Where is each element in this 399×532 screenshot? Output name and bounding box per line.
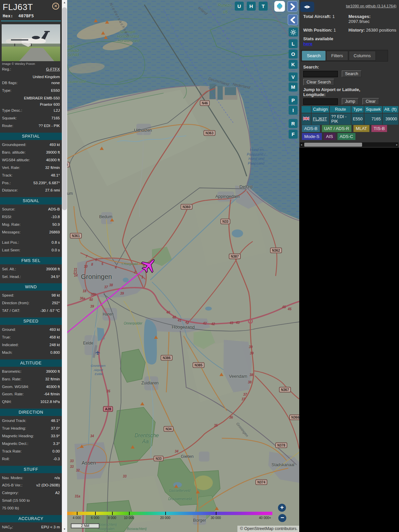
- panel-toggle-button[interactable]: ◀▶: [300, 2, 314, 12]
- info-row: Msg. Rate:50.9: [2, 221, 60, 229]
- zoom-in-button[interactable]: +: [278, 504, 286, 512]
- section-altitude: ALTITUDE Barometric:39000 ftBaro. Rate:3…: [0, 359, 62, 407]
- zoom-out-button[interactable]: −: [278, 514, 286, 522]
- map-layer-button[interactable]: P: [289, 96, 298, 105]
- info-row: Speed:98 kt: [2, 292, 60, 300]
- legend-tick: [129, 512, 130, 515]
- gear-icon: [290, 29, 297, 36]
- map-layer-button[interactable]: F: [289, 130, 298, 139]
- road-badge: N366: [289, 415, 299, 420]
- flag-column-header[interactable]: [302, 106, 311, 113]
- map-layer-button[interactable]: I: [289, 106, 298, 115]
- info-row: Distance:27.6 nmi: [2, 187, 60, 195]
- legend-label: 4 000: [72, 516, 81, 520]
- map-layer-button[interactable]: L: [289, 39, 298, 48]
- tab[interactable]: Filters: [326, 51, 348, 61]
- map-geometry: [67, 0, 299, 532]
- info-row: Small (15 500 to: [2, 497, 60, 505]
- section-header: SPATIAL: [0, 133, 62, 140]
- road-badge: N363: [203, 130, 215, 136]
- layers-button[interactable]: [274, 1, 285, 12]
- info-row: Baro. Rate:32 ft/min: [2, 376, 60, 384]
- info-row: Type: E550: [2, 87, 60, 95]
- map-layer-button[interactable]: M: [289, 82, 298, 91]
- source-badge: MLAT: [353, 125, 369, 132]
- jump-input[interactable]: [303, 98, 338, 105]
- map-layer-button[interactable]: V: [289, 72, 298, 81]
- info-row: Track:48.1°: [2, 172, 60, 180]
- source-badge: TIS-B: [371, 125, 387, 132]
- legend-label: 10 000: [124, 516, 134, 520]
- info-row: Praetor 600: [2, 101, 60, 108]
- road-badge: N386: [161, 355, 173, 361]
- info-row: Ground:493 kt: [2, 327, 60, 334]
- sidebar-expand-button[interactable]: [287, 1, 298, 12]
- callsign-column-header[interactable]: Callsign: [312, 106, 329, 113]
- photo-jet: [2, 30, 60, 52]
- close-icon[interactable]: ✕: [52, 3, 59, 10]
- info-row: True Heading:37.0°: [2, 425, 60, 433]
- jump-button[interactable]: Jump: [342, 98, 359, 105]
- tab[interactable]: Columns: [349, 51, 376, 61]
- section-header: WIND: [0, 283, 62, 291]
- jump-label: Jump to Airport or Latitude, Longitude:: [303, 87, 380, 97]
- info-row: Nav. Modes:n/a: [2, 475, 60, 482]
- left-scrollbar[interactable]: ▲ ▼: [62, 0, 67, 532]
- aircraft-row[interactable]: FLJ63T ?? EDI - PIK E550 7165 39000: [302, 113, 398, 125]
- clear-search-button[interactable]: Clear Search: [303, 79, 334, 85]
- sidebar-collapse-button[interactable]: [288, 14, 298, 25]
- info-row: Barometric:39000 ft: [2, 368, 60, 376]
- scroll-down-icon[interactable]: ▼: [62, 527, 67, 532]
- clear-button[interactable]: Clear: [362, 98, 379, 105]
- map-toggle-button[interactable]: H: [247, 2, 256, 11]
- source-badge: AIS: [324, 133, 335, 140]
- settings-button[interactable]: [289, 28, 298, 37]
- flag-cell: [302, 113, 311, 125]
- alt-column-header[interactable]: Alt. (ft): [383, 106, 398, 113]
- info-row: DB flags: none: [2, 80, 60, 87]
- route-column-header[interactable]: Route: [330, 106, 351, 113]
- road-badge: N362: [270, 248, 282, 253]
- search-input[interactable]: [303, 71, 338, 77]
- map[interactable]: UithuizenBedumAppingedamDelfzijlGroninge…: [67, 0, 299, 532]
- search-button[interactable]: Search: [342, 70, 362, 77]
- map-attribution[interactable]: © OpenStreetMap contributors.: [237, 526, 299, 532]
- map-toggle-button[interactable]: U: [235, 2, 244, 11]
- info-row: Indicated:248 kt: [2, 342, 60, 349]
- legend-label: 6 000: [91, 516, 99, 520]
- info-row: Baro. altitude:39000 ft: [2, 149, 60, 157]
- row-callsign-link[interactable]: FLJ63T: [313, 117, 327, 121]
- source-badge: ADS-C: [337, 133, 355, 140]
- github-link[interactable]: tar1090 on github (3.14.1764): [346, 4, 396, 8]
- section-header: ACCURACY: [0, 515, 62, 522]
- aircraft-photo[interactable]: [2, 24, 60, 61]
- road-badge: N361: [70, 233, 82, 239]
- map-layer-button[interactable]: R: [289, 119, 298, 128]
- section-spatial: SPATIAL Groundspeed:493 ktBaro. altitude…: [0, 133, 62, 196]
- map-toggle-button[interactable]: T: [259, 2, 268, 11]
- photo-credit: Image © Wesley Poxon: [0, 61, 62, 66]
- info-row: Direction (from):292°: [2, 300, 60, 308]
- road-badge: N385: [193, 362, 204, 368]
- info-row: 75 000 lb): [2, 505, 60, 513]
- section-signal: SIGNAL Source:ADS-BRSSI:-10.8Msg. Rate:5…: [0, 197, 62, 255]
- scroll-up-icon[interactable]: ▲: [62, 0, 67, 5]
- source-badge: UAT / ADS-R: [322, 125, 351, 132]
- map-layer-button[interactable]: O: [289, 50, 298, 59]
- scrollbar-thumb[interactable]: [62, 7, 67, 210]
- tab[interactable]: Search: [302, 51, 326, 61]
- type-column-header[interactable]: Type: [351, 106, 364, 113]
- scroll-right-icon[interactable]: ▸: [396, 142, 398, 147]
- scroll-left-icon[interactable]: ◂: [301, 142, 302, 147]
- hscrollbar-thumb[interactable]: [304, 143, 362, 147]
- road-badge: N378: [275, 443, 287, 448]
- table-header-row: Callsign Route Type Squawk Alt. (ft): [302, 106, 398, 113]
- section-header: SPEED: [0, 318, 62, 325]
- horizontal-scrollbar[interactable]: ◂ ▸: [300, 142, 398, 147]
- row-altitude: 39000: [383, 113, 398, 125]
- squawk-column-header[interactable]: Squawk: [364, 106, 382, 113]
- info-row: Mach:0.800: [2, 349, 60, 357]
- stats-here-link[interactable]: here: [303, 41, 312, 46]
- chevron-right-icon: [290, 3, 295, 10]
- map-layer-button[interactable]: K: [289, 60, 298, 69]
